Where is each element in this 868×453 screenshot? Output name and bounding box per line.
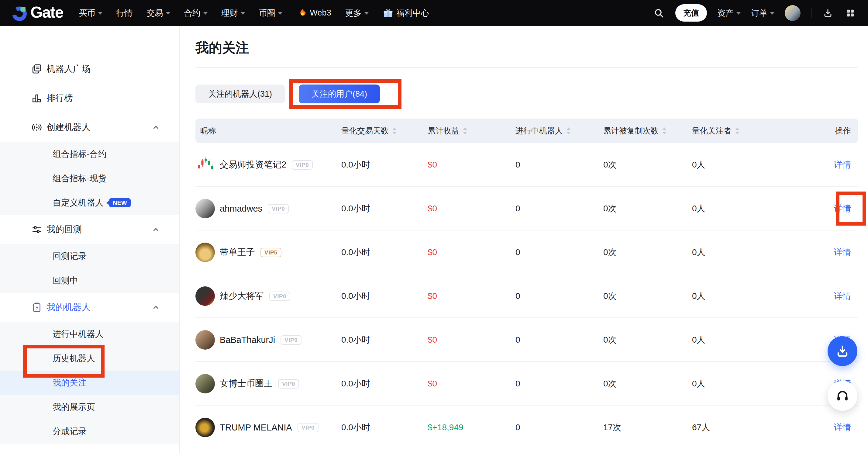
sidebar-subitem-label: 回测记录 — [53, 250, 87, 262]
nav-item-福利中心[interactable]: 福利中心 — [383, 8, 429, 19]
nickname-cell[interactable]: 交易师投资笔记2VIP0 — [195, 143, 313, 187]
divider — [811, 8, 811, 18]
sidebar-item-我的回测[interactable]: 我的回测 — [0, 215, 179, 244]
chevron-up-icon[interactable] — [152, 123, 160, 131]
chevron-down-icon — [166, 12, 170, 14]
sort-icon[interactable] — [662, 127, 666, 134]
tab-followed-bots[interactable]: 关注的机器人(31) — [195, 85, 285, 103]
chevron-down-icon — [203, 12, 208, 14]
sidebar-subitem-历史机器人[interactable]: 历史机器人 — [0, 346, 179, 371]
orders-menu[interactable]: 订单 — [751, 8, 774, 19]
followers-cell: 0人 — [692, 231, 705, 274]
nickname-cell[interactable]: 辣少大将军VIP0 — [195, 274, 290, 318]
nav-item-理财[interactable]: 理财 — [222, 8, 245, 19]
sidebar-subitem-分成记录[interactable]: 分成记录 — [0, 419, 179, 444]
detail-link[interactable]: 详情 — [834, 290, 851, 302]
sidebar-subgroup-1: 回测记录回测中 — [0, 244, 179, 293]
nickname-cell[interactable]: TRUMP MELANIAVIP0 — [195, 405, 318, 449]
sidebar-subgroup-2: 进行中机器人历史机器人我的关注我的展示页分成记录 — [0, 322, 179, 444]
table-row: 女博士币圈王VIP00.0小时$000次0人详情 — [195, 362, 858, 405]
download-fab-button[interactable] — [828, 336, 857, 366]
chevron-down-icon — [770, 12, 774, 14]
table-row: 辣少大将军VIP00.0小时$000次0人详情 — [195, 274, 858, 318]
column-header-进行中机器人[interactable]: 进行中机器人 — [516, 119, 571, 143]
gate-logo-text: Gate — [30, 4, 63, 22]
deposit-button[interactable]: 充值 — [675, 4, 707, 22]
navbar-right: 充值 资产 订单 — [653, 4, 857, 22]
sort-icon[interactable] — [566, 127, 571, 134]
nav-item-合约[interactable]: 合约 — [184, 8, 208, 19]
sort-icon[interactable] — [392, 127, 397, 134]
nickname-cell[interactable]: 带单王子VIP5 — [195, 231, 281, 274]
sidebar-subitem-回测记录[interactable]: 回测记录 — [0, 244, 179, 268]
column-header-累计收益[interactable]: 累计收益 — [428, 119, 467, 143]
detail-link[interactable]: 详情 — [834, 203, 851, 214]
sidebar-subitem-组合指标-现货[interactable]: 组合指标-现货 — [0, 166, 179, 191]
column-header-label: 昵称 — [200, 126, 216, 136]
nav-item-label: 福利中心 — [396, 8, 429, 19]
copied-times-cell: 0次 — [603, 362, 617, 405]
sidebar-subitem-组合指标-合约[interactable]: 组合指标-合约 — [0, 142, 179, 166]
sidebar-item-机器人广场[interactable]: 机器人广场 — [0, 54, 179, 84]
column-header-量化关注者[interactable]: 量化关注者 — [692, 119, 739, 143]
detail-link[interactable]: 详情 — [834, 159, 851, 171]
divider — [195, 67, 858, 68]
total-profit-cell: $0 — [428, 274, 437, 318]
nickname-cell[interactable]: 女博士币圈王VIP0 — [195, 362, 299, 405]
column-header-label: 量化交易天数 — [341, 126, 389, 136]
sidebar-item-label: 我的机器人 — [46, 301, 91, 313]
action-cell: 详情 — [834, 274, 851, 318]
nickname-cell[interactable]: ahmadwesVIP0 — [195, 187, 289, 231]
sidebar-item-我的机器人[interactable]: 我的机器人 — [0, 293, 179, 322]
customer-support-fab-button[interactable] — [828, 381, 857, 411]
tab-followed-users[interactable]: 关注的用户(84) — [299, 85, 380, 103]
nav-item-行情[interactable]: 行情 — [116, 8, 133, 19]
nickname-cell[interactable]: BaBaThakurJiVIP0 — [195, 318, 302, 362]
sidebar-subitem-我的展示页[interactable]: 我的展示页 — [0, 395, 179, 419]
running-bots-cell: 0 — [516, 274, 520, 318]
sort-icon[interactable] — [463, 127, 467, 134]
total-profit-cell: $+18,949 — [428, 405, 463, 449]
assets-menu[interactable]: 资产 — [717, 8, 741, 19]
search-icon[interactable] — [653, 7, 665, 19]
chevron-down-icon — [364, 12, 369, 14]
table-row: 交易师投资笔记2VIP00.0小时$000次0人详情 — [195, 143, 858, 187]
sidebar-subitem-自定义机器人[interactable]: 自定义机器人NEW — [0, 191, 179, 215]
trading-days-cell: 0.0小时 — [341, 187, 370, 231]
column-header-累计被复制次数[interactable]: 累计被复制次数 — [603, 119, 666, 143]
user-avatar[interactable] — [785, 5, 801, 21]
apps-grid-icon[interactable] — [844, 7, 857, 19]
chevron-up-icon[interactable] — [152, 303, 160, 311]
new-badge: NEW — [109, 198, 131, 207]
nav-item-更多[interactable]: 更多 — [345, 8, 369, 19]
vip-badge: VIP0 — [278, 379, 299, 389]
flame-icon — [296, 8, 307, 19]
chevron-up-icon[interactable] — [152, 225, 160, 234]
download-app-icon[interactable] — [822, 7, 834, 19]
sidebar-subitem-进行中机器人[interactable]: 进行中机器人 — [0, 322, 179, 346]
nav-item-买币[interactable]: 买币 — [79, 8, 102, 19]
sidebar-item-币圈动态[interactable]: 币圈动态 — [0, 444, 179, 453]
detail-link[interactable]: 详情 — [834, 247, 851, 258]
nav-item-Web3[interactable]: Web3 — [296, 8, 331, 19]
column-header-量化交易天数[interactable]: 量化交易天数 — [341, 119, 397, 143]
sidebar-subitem-label: 组合指标-合约 — [53, 148, 106, 160]
table-body: 交易师投资笔记2VIP00.0小时$000次0人详情ahmadwesVIP00.… — [195, 143, 858, 449]
sidebar-item-排行榜[interactable]: 排行榜 — [0, 84, 179, 113]
sidebar-item-创建机器人[interactable]: 创建机器人 — [0, 113, 179, 142]
user-avatar — [195, 330, 215, 350]
nav-item-交易[interactable]: 交易 — [147, 8, 170, 19]
sidebar-subitem-回测中[interactable]: 回测中 — [0, 268, 179, 293]
chevron-down-icon — [98, 12, 102, 14]
sidebar-subitem-我的关注[interactable]: 我的关注 — [0, 371, 179, 395]
download-icon — [835, 344, 850, 358]
gate-logo[interactable]: Gate — [11, 4, 63, 22]
detail-link[interactable]: 详情 — [834, 422, 851, 433]
table-row: ahmadwesVIP00.0小时$000次0人详情 — [195, 187, 858, 231]
nickname: 带单王子 — [220, 246, 255, 259]
sort-icon[interactable] — [735, 127, 739, 134]
total-profit-cell: $0 — [428, 231, 437, 274]
followed-users-table: 昵称量化交易天数累计收益进行中机器人累计被复制次数量化关注者操作 交易师投资笔记… — [195, 119, 858, 449]
total-profit-cell: $0 — [428, 187, 437, 231]
nav-item-币圈[interactable]: 币圈 — [259, 8, 282, 19]
